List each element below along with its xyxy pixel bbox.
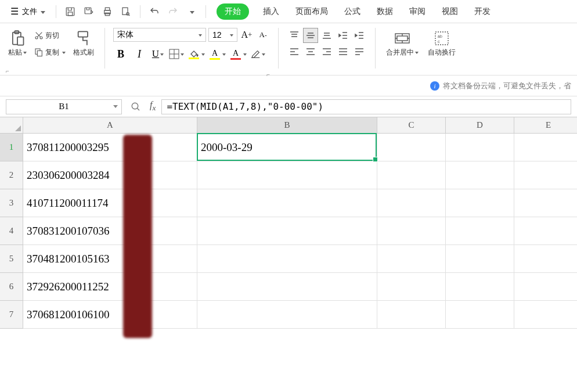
cell-C5[interactable] [377,245,446,273]
font-size-select[interactable]: 12 [208,28,237,42]
row-header-6[interactable]: 6 [0,273,23,301]
underline-button[interactable]: U [150,46,165,62]
cell-A5[interactable]: 370481200105163 [23,245,197,273]
cell-E4[interactable] [514,217,577,245]
cut-button[interactable]: 剪切 [31,29,68,42]
redaction-overlay [123,135,152,338]
cell-B1[interactable]: 2000-03-29 [197,134,377,161]
cell-A3[interactable]: 410711200011174 [23,189,197,217]
row-header-5[interactable]: 5 [0,245,23,273]
fx-icon[interactable]: fx [150,100,156,113]
fill-color-button[interactable] [187,46,205,62]
tab-view[interactable]: 视图 [435,3,465,20]
col-header-B[interactable]: B [197,117,377,134]
cell-D5[interactable] [446,245,514,273]
tab-layout[interactable]: 页面布局 [288,3,335,20]
redo-icon[interactable] [165,3,181,20]
italic-button[interactable]: I [132,46,147,62]
cell-C6[interactable] [377,273,446,301]
cell-C4[interactable] [377,217,446,245]
align-middle-icon[interactable] [303,28,318,43]
cell-A7[interactable]: 370681200106100 [23,301,197,329]
select-all-corner[interactable] [0,117,23,134]
row-header-2[interactable]: 2 [0,161,23,189]
name-box[interactable]: B1 [6,99,122,114]
cell-E6[interactable] [514,273,577,301]
print-preview-icon[interactable] [118,3,134,20]
cell-B2[interactable] [197,161,377,189]
copy-button[interactable]: 复制 [31,46,68,59]
cell-C3[interactable] [377,189,446,217]
undo-icon[interactable] [146,3,163,20]
spreadsheet-grid[interactable]: ABCDE 1234567 3708112000032952000-03-292… [0,117,577,392]
distribute-icon[interactable] [352,44,367,59]
align-left-icon[interactable] [287,44,302,59]
cell-E5[interactable] [514,245,577,273]
cell-D3[interactable] [446,189,514,217]
cell-D1[interactable] [446,134,514,161]
format-painter-button[interactable]: 格式刷 [71,28,96,60]
cell-E1[interactable] [514,134,577,161]
cell-E2[interactable] [514,161,577,189]
font-color-button[interactable]: A [229,46,247,62]
merge-center-button[interactable]: 合并居中 [384,28,421,60]
cell-B4[interactable] [197,217,377,245]
row-header-3[interactable]: 3 [0,189,23,217]
border-button[interactable] [169,46,184,62]
cell-D6[interactable] [446,273,514,301]
cell-C2[interactable] [377,161,446,189]
cell-B7[interactable] [197,301,377,329]
cell-A1[interactable]: 370811200003295 [23,134,197,161]
wrap-text-button[interactable]: abc 自动换行 [425,28,458,60]
row-header-4[interactable]: 4 [0,217,23,245]
increase-indent-icon[interactable] [352,28,367,43]
col-header-C[interactable]: C [377,117,446,134]
cell-A6[interactable]: 372926200011252 [23,273,197,301]
cell-E7[interactable] [514,301,577,329]
file-menu-button[interactable]: 文件 [6,3,50,19]
formula-input[interactable]: =TEXT(MID(A1,7,8),"0-00-00") [161,99,571,114]
print-icon[interactable] [99,3,116,20]
font-launcher-icon[interactable]: ⌐ [266,71,270,78]
row-header-1[interactable]: 1 [0,134,23,161]
cell-C1[interactable] [377,134,446,161]
justify-icon[interactable] [336,44,351,59]
col-header-A[interactable]: A [23,117,197,134]
zoom-formula-icon[interactable] [128,99,144,115]
cell-B6[interactable] [197,273,377,301]
customize-qat-icon[interactable] [183,3,200,20]
paste-button[interactable]: 粘贴 [6,28,29,60]
bold-button[interactable]: B [113,46,128,62]
cell-E3[interactable] [514,189,577,217]
cell-D7[interactable] [446,301,514,329]
align-right-icon[interactable] [319,44,334,59]
col-header-D[interactable]: D [446,117,514,134]
cell-D2[interactable] [446,161,514,189]
tab-dev[interactable]: 开发 [467,3,497,20]
align-bottom-icon[interactable] [319,28,334,43]
tab-start[interactable]: 开始 [217,3,249,20]
save-icon[interactable] [62,3,78,20]
clipboard-launcher-icon[interactable]: ⌐ [6,68,9,74]
highlight-button[interactable]: A [208,46,226,62]
decrease-font-icon[interactable]: A- [256,28,270,42]
cell-A4[interactable]: 370831200107036 [23,217,197,245]
row-header-7[interactable]: 7 [0,301,23,329]
tab-insert[interactable]: 插入 [256,3,286,20]
col-header-E[interactable]: E [514,117,577,134]
cell-B5[interactable] [197,245,377,273]
align-center-icon[interactable] [303,44,318,59]
clear-format-button[interactable] [250,46,265,62]
font-name-select[interactable]: 宋体 [113,28,206,42]
save-as-icon[interactable] [81,3,97,20]
tab-data[interactable]: 数据 [370,3,400,20]
decrease-indent-icon[interactable] [336,28,351,43]
cell-D4[interactable] [446,217,514,245]
tab-review[interactable]: 审阅 [402,3,432,20]
cell-A2[interactable]: 230306200003284 [23,161,197,189]
increase-font-icon[interactable]: A+ [240,28,254,42]
cell-B3[interactable] [197,189,377,217]
tab-formula[interactable]: 公式 [337,3,367,20]
align-top-icon[interactable] [287,28,302,43]
cell-C7[interactable] [377,301,446,329]
